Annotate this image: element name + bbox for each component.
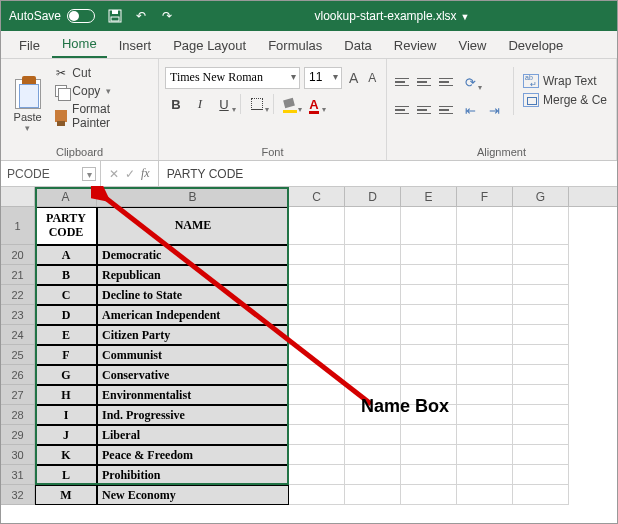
col-header-e[interactable]: E [401,187,457,206]
cell-name[interactable]: Conservative [97,365,289,385]
cell[interactable] [513,305,569,325]
cell[interactable] [457,465,513,485]
cell[interactable] [289,345,345,365]
cell-name[interactable]: Prohibition [97,465,289,485]
increase-indent-button[interactable]: ⇥ [483,99,505,121]
cancel-icon[interactable]: ✕ [109,167,119,181]
cell[interactable] [289,305,345,325]
merge-center-button[interactable]: Merge & Ce [522,92,608,108]
cell-code[interactable]: D [35,305,97,325]
cell[interactable] [457,345,513,365]
cell-code[interactable]: A [35,245,97,265]
cell[interactable] [401,465,457,485]
cell[interactable] [401,365,457,385]
cell[interactable] [289,405,345,425]
cell[interactable] [401,285,457,305]
row-header[interactable]: 31 [1,465,35,485]
row-header[interactable]: 24 [1,325,35,345]
cell[interactable] [457,325,513,345]
cell-code[interactable]: I [35,405,97,425]
cell[interactable] [457,425,513,445]
cell[interactable] [401,445,457,465]
row-header[interactable]: 32 [1,485,35,505]
tab-view[interactable]: View [448,33,496,58]
font-size-select[interactable]: 11 [304,67,342,89]
cell[interactable] [289,245,345,265]
row-header[interactable]: 20 [1,245,35,265]
format-painter-button[interactable]: Format Painter [52,101,152,131]
save-icon[interactable] [107,8,123,24]
cell[interactable] [345,345,401,365]
tab-data[interactable]: Data [334,33,381,58]
align-center-button[interactable] [415,101,435,119]
cell[interactable] [457,485,513,505]
col-header-g[interactable]: G [513,187,569,206]
cell-code[interactable]: G [35,365,97,385]
row-header[interactable]: 25 [1,345,35,365]
cell[interactable] [513,285,569,305]
cell[interactable] [401,425,457,445]
cell-code[interactable]: H [35,385,97,405]
col-header-d[interactable]: D [345,187,401,206]
align-right-button[interactable] [437,101,457,119]
cell[interactable] [457,245,513,265]
cell[interactable] [513,485,569,505]
cell[interactable] [289,325,345,345]
cell[interactable] [289,207,345,245]
bold-button[interactable]: B [165,93,187,115]
enter-icon[interactable]: ✓ [125,167,135,181]
tab-insert[interactable]: Insert [109,33,162,58]
cell-code[interactable]: J [35,425,97,445]
wrap-text-button[interactable]: Wrap Text [522,73,608,89]
cell-name[interactable]: Decline to State [97,285,289,305]
orientation-button[interactable]: ⟳ [459,71,481,93]
align-left-button[interactable] [393,101,413,119]
cell[interactable] [457,385,513,405]
cell[interactable] [513,465,569,485]
borders-button[interactable] [246,93,268,115]
cell[interactable] [345,325,401,345]
underline-button[interactable]: U [213,93,235,115]
row-header[interactable]: 23 [1,305,35,325]
cell[interactable] [289,425,345,445]
undo-icon[interactable]: ↶ [133,8,149,24]
cell[interactable] [345,265,401,285]
cell-name[interactable]: Peace & Freedom [97,445,289,465]
toggle-off-icon[interactable] [67,9,95,23]
chevron-down-icon[interactable]: ▼ [461,12,470,22]
cell[interactable] [345,365,401,385]
cell[interactable] [513,265,569,285]
formula-input[interactable]: PARTY CODE [159,161,617,186]
cell[interactable] [513,425,569,445]
cell[interactable] [289,385,345,405]
tab-developer[interactable]: Develope [498,33,573,58]
cell[interactable] [345,445,401,465]
cell[interactable] [401,305,457,325]
cell[interactable] [457,405,513,425]
cell[interactable] [345,305,401,325]
copy-button[interactable]: Copy▾ [52,83,152,99]
cell[interactable] [289,465,345,485]
cell-name[interactable]: American Independent [97,305,289,325]
col-header-c[interactable]: C [289,187,345,206]
col-header-b[interactable]: B [97,187,289,206]
chevron-down-icon[interactable]: ▾ [106,86,111,96]
cell[interactable] [345,285,401,305]
name-box-dropdown[interactable]: ▾ [82,167,96,181]
cell[interactable] [401,345,457,365]
cell-name[interactable]: Republican [97,265,289,285]
italic-button[interactable]: I [189,93,211,115]
align-bottom-button[interactable] [437,73,457,91]
increase-font-button[interactable]: A [346,70,361,86]
redo-icon[interactable]: ↷ [159,8,175,24]
row-header[interactable]: 21 [1,265,35,285]
cell[interactable] [401,325,457,345]
name-box[interactable]: PCODE ▾ [1,161,101,186]
cell[interactable] [513,385,569,405]
row-header[interactable]: 1 [1,207,35,245]
tab-formulas[interactable]: Formulas [258,33,332,58]
cell[interactable] [513,365,569,385]
cell-b1[interactable]: NAME [97,207,289,245]
cell-name[interactable]: Ind. Progressive [97,405,289,425]
cell-code[interactable]: E [35,325,97,345]
